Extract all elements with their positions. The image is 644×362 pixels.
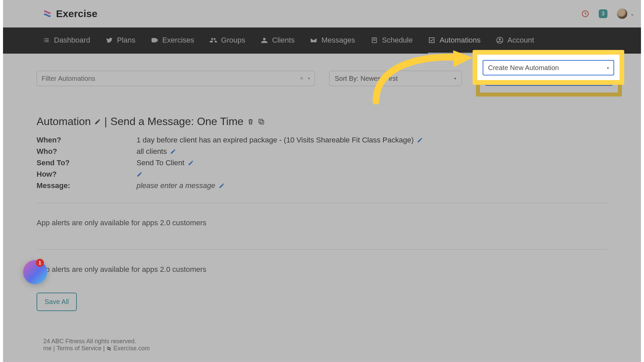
nav-label: Dashboard xyxy=(54,36,90,45)
message-label: Message: xyxy=(37,181,133,190)
caret-down-icon[interactable]: ▾ xyxy=(308,76,310,81)
footer-home-link[interactable]: me xyxy=(43,345,52,352)
svg-point-2 xyxy=(499,38,501,40)
nav-automations[interactable]: Automations xyxy=(428,28,480,54)
who-value: all clients xyxy=(137,147,167,156)
avatar xyxy=(617,8,628,19)
title-suffix: Send a Message: One Time xyxy=(110,115,244,128)
how-label: How? xyxy=(37,170,133,179)
nav-label: Messages xyxy=(321,36,355,45)
pencil-icon[interactable] xyxy=(219,183,225,189)
chat-bubble-button[interactable]: 1 xyxy=(23,260,47,284)
svg-rect-3 xyxy=(260,120,264,124)
envelope-icon xyxy=(310,37,317,44)
info-line-2: App alerts are only available for apps 2… xyxy=(37,262,607,283)
sort-label: Sort By: Newest First xyxy=(335,75,398,82)
nav-groups[interactable]: Groups xyxy=(210,28,245,54)
chevron-down-icon: ⌄ xyxy=(630,11,634,16)
who-label: Who? xyxy=(37,147,133,156)
book-icon xyxy=(371,37,378,44)
nav-dashboard[interactable]: Dashboard xyxy=(43,28,90,54)
title-separator: | xyxy=(104,115,107,128)
info-line-1: App alerts are only available for apps 2… xyxy=(37,216,607,237)
svg-rect-4 xyxy=(259,119,263,123)
logo-mark-icon xyxy=(43,9,52,18)
bird-icon xyxy=(106,37,113,44)
nav-label: Plans xyxy=(117,36,136,45)
filter-automations-input-wrap[interactable]: × ▾ xyxy=(37,71,315,86)
sendto-label: Send To? xyxy=(37,159,133,167)
trash-icon[interactable] xyxy=(247,118,254,125)
person-icon xyxy=(261,37,268,44)
notification-badge[interactable]: 3 xyxy=(599,9,607,18)
footer-separator: | xyxy=(53,345,56,352)
pencil-icon[interactable] xyxy=(188,160,194,166)
chat-bubble-count: 1 xyxy=(36,259,44,267)
nav-messages[interactable]: Messages xyxy=(310,28,355,54)
clear-icon[interactable]: × xyxy=(300,75,303,81)
nav-exercises[interactable]: Exercises xyxy=(151,28,194,54)
people-icon xyxy=(210,37,217,44)
create-label: Create New Automation xyxy=(491,75,561,82)
create-automation-highlight: Create New Automation ▾ xyxy=(476,60,622,97)
nav-clients[interactable]: Clients xyxy=(261,28,294,54)
footer: 24 ABC Fitness All rights reserved. me |… xyxy=(3,311,641,362)
title-prefix: Automation xyxy=(37,115,91,128)
video-icon xyxy=(151,37,158,44)
when-value: 1 day before client has an expired packa… xyxy=(137,136,414,144)
message-value: please enter a message xyxy=(137,181,215,190)
check-icon xyxy=(428,37,435,44)
list-icon xyxy=(43,37,50,44)
footer-site-link[interactable]: Exercise.com xyxy=(113,345,150,352)
sendto-value: Send To Client xyxy=(137,159,184,167)
brand-name: Exercise xyxy=(56,8,97,19)
nav-account[interactable]: Account xyxy=(496,28,534,54)
pencil-icon[interactable] xyxy=(170,148,176,155)
filter-automations-input[interactable] xyxy=(42,75,300,82)
main-nav: Dashboard Plans Exercises Groups Clients… xyxy=(3,27,641,54)
brand-logo[interactable]: Exercise xyxy=(43,8,97,19)
when-label: When? xyxy=(37,136,133,144)
pencil-icon[interactable] xyxy=(94,118,101,125)
clock-icon[interactable] xyxy=(581,10,589,18)
automation-details: When? 1 day before client has an expired… xyxy=(37,136,607,190)
nav-label: Exercises xyxy=(162,36,194,45)
save-all-button[interactable]: Save All xyxy=(37,293,77,311)
nav-label: Automations xyxy=(439,36,480,45)
copy-icon[interactable] xyxy=(258,118,265,125)
pencil-icon[interactable] xyxy=(137,171,143,177)
user-circle-icon xyxy=(496,37,503,44)
divider xyxy=(37,249,607,250)
nav-label: Account xyxy=(507,36,534,45)
caret-down-icon: ▾ xyxy=(605,77,607,80)
sort-select[interactable]: Sort By: Newest First ▾ xyxy=(329,71,462,86)
pencil-icon[interactable] xyxy=(417,137,423,143)
automation-title: Automation | Send a Message: One Time xyxy=(37,115,607,128)
nav-label: Groups xyxy=(221,36,245,45)
footer-copyright: 24 ABC Fitness All rights reserved. xyxy=(43,338,136,345)
nav-schedule[interactable]: Schedule xyxy=(371,28,413,54)
footer-separator: | xyxy=(103,345,106,352)
create-automation-select[interactable]: Create New Automation ▾ xyxy=(485,71,612,86)
footer-tos-link[interactable]: Terms of Service xyxy=(56,345,101,352)
divider xyxy=(37,203,607,203)
nav-plans[interactable]: Plans xyxy=(106,28,136,54)
caret-down-icon: ▾ xyxy=(454,76,456,81)
user-menu[interactable]: ⌄ xyxy=(617,8,634,19)
nav-label: Clients xyxy=(272,36,294,45)
nav-label: Schedule xyxy=(382,36,413,45)
logo-mark-icon xyxy=(106,346,112,351)
